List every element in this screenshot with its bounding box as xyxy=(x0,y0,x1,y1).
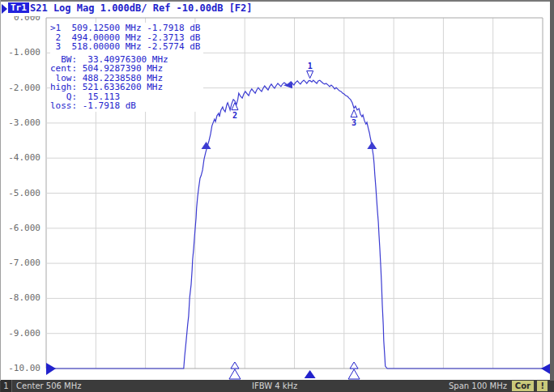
high-readout: high: 521.6336200 MHz xyxy=(50,83,200,92)
loss-readout: loss: -1.7918 dB xyxy=(50,101,200,111)
y-tick-label: -2.000 xyxy=(0,83,40,93)
span-label: Span 100 MHz xyxy=(449,380,507,392)
marker-1-number-label: 1 xyxy=(308,62,313,70)
center-frequency-label: Center 506 MHz xyxy=(16,380,82,392)
cent-readout: cent: 504.9287390 MHz xyxy=(50,64,200,74)
y-tick-label: -7.000 xyxy=(0,258,40,268)
active-trace-arrow-icon xyxy=(2,4,7,14)
marker-1-glyph-icon[interactable] xyxy=(307,71,313,79)
bw-low-marker-icon[interactable] xyxy=(202,142,211,149)
marker-3-glyph-icon[interactable] xyxy=(351,110,357,117)
y-tick-label: -6.000 xyxy=(0,224,40,233)
y-tick-label: -4.000 xyxy=(0,153,40,163)
vna-screen: 123 0.000-1.000-2.000-3.000-4.000-5.000-… xyxy=(0,0,554,392)
ifbw-label: IFBW 4 kHz xyxy=(252,380,297,392)
y-tick-label: -3.000 xyxy=(0,118,40,128)
instrument-status-bar: 1 Center 506 MHz IFBW 4 kHz Span 100 MHz… xyxy=(0,380,554,392)
y-axis-labels: 0.000-1.000-2.000-3.000-4.000-5.000-6.00… xyxy=(0,0,42,381)
plot-region: 123 0.000-1.000-2.000-3.000-4.000-5.000-… xyxy=(0,0,554,381)
y-tick-label: -9.000 xyxy=(0,329,40,339)
window-frame-left xyxy=(0,0,1,381)
y-tick-label: -8.000 xyxy=(0,293,40,303)
channel-number-badge: 1 xyxy=(1,380,12,392)
marker-3-readout: 3 518.00000 MHz -2.5774 dB xyxy=(50,42,200,52)
marker-2-stimulus-upper-icon[interactable] xyxy=(231,362,239,369)
marker-3-stimulus-icon[interactable] xyxy=(348,369,360,379)
marker-readout-panel: >1 509.12500 MHz -1.7918 dB 2 494.00000 … xyxy=(50,23,203,112)
bw-high-marker-icon[interactable] xyxy=(367,142,377,149)
y-tick-label: -5.000 xyxy=(0,189,40,198)
ref-level-pointer-left-icon xyxy=(46,363,56,375)
trace-format-title[interactable]: S21 Log Mag 1.000dB/ Ref -10.00dB [F2] xyxy=(30,2,253,14)
y-tick-label: -1.000 xyxy=(0,48,40,58)
marker-3-stimulus-upper-icon[interactable] xyxy=(350,362,358,369)
marker-1-readout: >1 509.12500 MHz -1.7918 dB xyxy=(50,23,200,33)
alert-badge: ! xyxy=(537,381,548,391)
marker-1-stimulus-icon[interactable] xyxy=(305,370,316,378)
marker-2-stimulus-icon[interactable] xyxy=(229,369,241,379)
window-frame-top xyxy=(0,0,554,2)
y-tick-label: -10.00 xyxy=(0,364,40,373)
marker-3-number-label: 3 xyxy=(352,118,356,127)
window-frame-right xyxy=(550,0,554,381)
trace-status-bar: Tr1 S21 Log Mag 1.000dB/ Ref -10.00dB [F… xyxy=(0,2,554,16)
correction-on-badge: Cor xyxy=(512,381,534,391)
marker-2-number-label: 2 xyxy=(232,111,237,120)
trace1-badge[interactable]: Tr1 xyxy=(8,2,29,13)
